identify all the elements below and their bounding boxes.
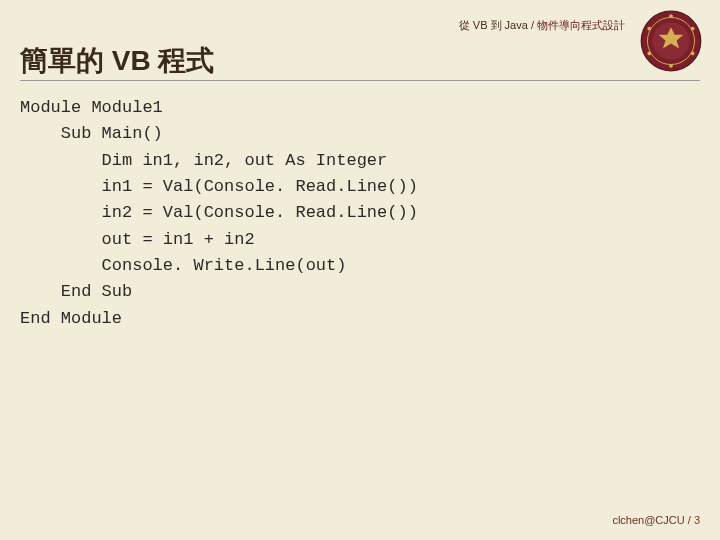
university-logo	[640, 10, 702, 72]
footer-sep: /	[685, 514, 694, 526]
svg-point-5	[691, 52, 695, 56]
code-line: in1 = Val(Console. Read.Line())	[20, 177, 418, 196]
code-line: End Sub	[20, 282, 132, 301]
breadcrumb-sep: /	[528, 19, 537, 31]
title-divider	[20, 80, 700, 81]
code-line: Module Module1	[20, 98, 163, 117]
svg-point-7	[647, 52, 651, 56]
code-line: Dim in1, in2, out As Integer	[20, 151, 387, 170]
page-title: 簡單的 VB 程式	[20, 42, 214, 80]
page-number: 3	[694, 514, 700, 526]
breadcrumb-left: 從 VB 到 Java	[459, 19, 528, 31]
code-block: Module Module1 Sub Main() Dim in1, in2, …	[20, 95, 418, 332]
breadcrumb: 從 VB 到 Java / 物件導向程式設計	[459, 18, 625, 33]
code-line: End Module	[20, 309, 122, 328]
code-line: out = in1 + in2	[20, 230, 255, 249]
footer-author: clchen@CJCU	[612, 514, 684, 526]
code-line: Console. Write.Line(out)	[20, 256, 346, 275]
footer: clchen@CJCU / 3	[612, 514, 700, 526]
svg-point-6	[669, 64, 673, 68]
svg-point-3	[669, 14, 673, 18]
code-line: Sub Main()	[20, 124, 163, 143]
code-line: in2 = Val(Console. Read.Line())	[20, 203, 418, 222]
breadcrumb-right: 物件導向程式設計	[537, 19, 625, 31]
svg-point-8	[647, 27, 651, 31]
svg-point-4	[691, 27, 695, 31]
